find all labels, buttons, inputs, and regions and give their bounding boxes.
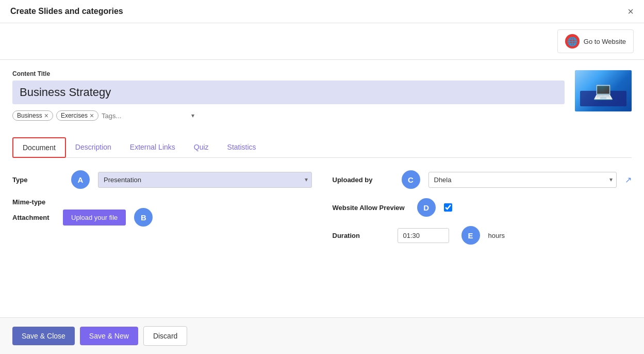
content-main: Content Title Business × Exercises ×	[12, 70, 565, 121]
uploaded-by-external-link-icon[interactable]: ↗	[625, 175, 632, 185]
content-title-label: Content Title	[12, 70, 565, 77]
website-allow-preview-checkbox[interactable]	[444, 203, 452, 212]
modal-overlay: Create Slides and categories × 🌐 Go to W…	[0, 0, 644, 354]
modal-footer: Save & Close Save & New Discard	[0, 317, 644, 354]
uploaded-by-row: Uploaded by C Dhela Admin User1 ▾ ↗	[333, 170, 632, 189]
badge-e: E	[461, 226, 480, 245]
modal-header: Create Slides and categories ×	[0, 0, 644, 23]
action-bar: 🌐 Go to Website	[0, 23, 644, 60]
tag-business: Business ×	[12, 110, 53, 121]
website-allow-preview-row: Website Allow Preview D	[333, 198, 632, 217]
duration-input[interactable]	[398, 228, 449, 243]
tab-quiz[interactable]: Quiz	[185, 137, 218, 158]
tab-external-links[interactable]: External Links	[121, 137, 185, 158]
tags-dropdown-arrow-icon[interactable]: ▾	[191, 112, 194, 119]
mime-type-row: Mime-type	[12, 198, 312, 206]
discard-button[interactable]: Discard	[143, 326, 187, 346]
left-column: Type A Presentation Video Infographic We…	[12, 170, 312, 245]
go-to-website-button[interactable]: 🌐 Go to Website	[557, 29, 634, 53]
tab-description[interactable]: Description	[66, 137, 121, 158]
badge-a: A	[71, 170, 90, 189]
duration-row: Duration E hours	[333, 226, 632, 245]
attachment-label: Attachment	[12, 214, 59, 221]
badge-c: C	[402, 170, 420, 189]
duration-label: Duration	[333, 232, 389, 239]
content-title-input[interactable]	[12, 81, 565, 104]
modal-close-button[interactable]: ×	[628, 6, 634, 17]
type-row: Type A Presentation Video Infographic We…	[12, 170, 312, 189]
type-label: Type	[12, 176, 59, 184]
modal-title: Create Slides and categories	[10, 7, 123, 16]
content-thumbnail	[575, 70, 632, 111]
type-select[interactable]: Presentation Video Infographic Web Page	[98, 172, 312, 188]
tag-business-remove[interactable]: ×	[44, 112, 48, 119]
uploaded-by-select[interactable]: Dhela Admin User1	[428, 172, 617, 188]
tabs-bar: Document Description External Links Quiz…	[12, 137, 632, 158]
upload-file-button[interactable]: Upload your file	[63, 210, 126, 226]
modal: Create Slides and categories × 🌐 Go to W…	[0, 0, 644, 354]
save-close-button[interactable]: Save & Close	[12, 327, 75, 345]
website-allow-preview-label: Website Allow Preview	[333, 204, 405, 212]
upload-file-label: Upload your file	[71, 214, 118, 221]
badge-d: D	[417, 198, 436, 217]
tag-business-label: Business	[17, 112, 42, 119]
tag-exercises-remove[interactable]: ×	[90, 112, 94, 119]
content-title-row: Content Title Business × Exercises ×	[12, 70, 632, 121]
badge-b: B	[134, 208, 153, 227]
globe-icon: 🌐	[565, 34, 580, 49]
tag-exercises-label: Exercises	[61, 112, 88, 119]
thumbnail-image	[575, 70, 632, 111]
go-to-website-label: Go to Website	[584, 38, 626, 45]
tag-exercises: Exercises ×	[56, 110, 98, 121]
attachment-row: Attachment Upload your file B	[12, 208, 312, 227]
type-select-wrapper: Presentation Video Infographic Web Page …	[98, 172, 312, 188]
right-column: Uploaded by C Dhela Admin User1 ▾ ↗	[333, 170, 632, 245]
save-new-button[interactable]: Save & New	[80, 327, 138, 345]
modal-body: Content Title Business × Exercises ×	[0, 60, 644, 317]
uploaded-by-select-wrapper: Dhela Admin User1 ▾	[428, 172, 617, 188]
document-tab-content: Type A Presentation Video Infographic We…	[12, 170, 632, 245]
mime-type-label: Mime-type	[12, 198, 59, 206]
duration-unit-label: hours	[488, 232, 505, 239]
tags-input[interactable]	[102, 112, 188, 120]
tab-statistics[interactable]: Statistics	[218, 137, 266, 158]
uploaded-by-label: Uploaded by	[333, 176, 389, 184]
tab-document[interactable]: Document	[12, 137, 66, 158]
tags-row: Business × Exercises × ▾	[12, 110, 565, 121]
mime-attachment-section: Mime-type Attachment Upload your file B	[12, 198, 312, 227]
